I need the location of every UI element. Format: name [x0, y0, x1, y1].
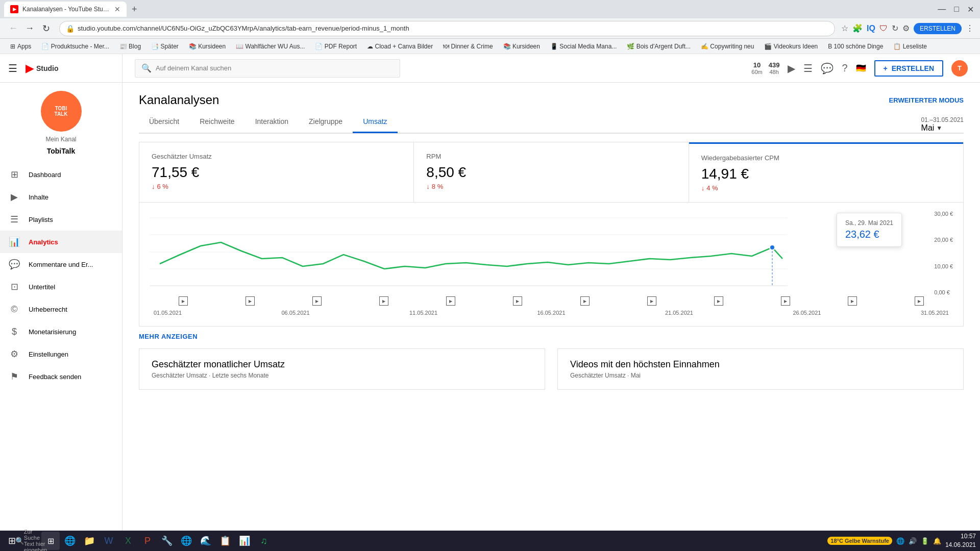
new-tab-button[interactable]: +: [129, 4, 140, 15]
sidebar-item-dashboard[interactable]: ⊞ Dashboard: [0, 163, 122, 186]
video-icon-9[interactable]: ▶: [714, 296, 723, 306]
bookmark-kursideen2[interactable]: 📚 Kursideen: [499, 42, 544, 51]
create-button[interactable]: + ERSTELLEN: [874, 60, 943, 77]
tab-reichweite[interactable]: Reichweite: [189, 111, 244, 133]
tray-battery-icon[interactable]: 🔋: [921, 537, 929, 545]
bookmark-copywriting[interactable]: ✍ Copywriting neu: [697, 42, 758, 51]
url-bar[interactable]: 🔒 studio.youtube.com/channel/UC6N5u-OiGz…: [59, 21, 835, 36]
chat-icon[interactable]: 💬: [821, 62, 834, 74]
iq-icon[interactable]: IQ: [867, 24, 875, 33]
close-tab-button[interactable]: ✕: [114, 5, 120, 13]
menu-icon[interactable]: ⋮: [966, 23, 974, 33]
sidebar-item-urheberrecht[interactable]: © Urheberrecht: [0, 298, 122, 320]
taskbar-search[interactable]: 🔍 Zur Suche Text hier eingeben: [22, 532, 40, 550]
search-box[interactable]: 🔍: [135, 59, 400, 78]
maximize-button[interactable]: □: [952, 5, 961, 14]
taskbar-powerpoint[interactable]: P: [138, 532, 157, 550]
metric-card-cpm[interactable]: Wiedergabebasierter CPM 14,91 € ↓ 4 %: [689, 142, 963, 202]
bookmark-cload[interactable]: ☁ Cload + Canva Bilder: [363, 42, 437, 51]
bookmark-icon[interactable]: ☆: [841, 23, 848, 33]
tab-umsatz[interactable]: Umsatz: [353, 111, 397, 133]
video-icon-11[interactable]: ▶: [848, 296, 857, 306]
bookmark-kursideen[interactable]: 📚 Kursideen: [185, 42, 230, 51]
taskbar-app6[interactable]: 🔧: [158, 532, 176, 550]
bookmark-blog[interactable]: 📰 Blog: [115, 42, 145, 51]
taskbar-explorer[interactable]: 📁: [80, 532, 99, 550]
forward-button[interactable]: →: [22, 21, 37, 36]
bookmark-bois[interactable]: 🌿 Bois d'Argent Duft...: [623, 42, 695, 51]
video-icon-4[interactable]: ▶: [379, 296, 388, 306]
metric-change-rpm: ↓ 8 %: [426, 183, 676, 190]
video-icon-1[interactable]: ▶: [179, 296, 188, 306]
hamburger-icon[interactable]: ☰: [8, 62, 17, 74]
bookmark-wahlfaecher[interactable]: 📖 Wahlfächer WU Aus...: [232, 42, 309, 51]
tray-network-icon[interactable]: 🌐: [896, 537, 904, 545]
profile-button[interactable]: ERSTELLEN: [914, 23, 962, 34]
taskbar-edge[interactable]: 🌐: [61, 532, 79, 550]
tray-volume-icon[interactable]: 🔊: [909, 537, 917, 545]
taskbar-spotify[interactable]: ♫: [255, 532, 273, 550]
tab-ubersicht[interactable]: Übersicht: [139, 111, 189, 133]
channel-avatar[interactable]: TOBITALK: [41, 91, 82, 132]
video-icon-6[interactable]: ▶: [513, 296, 522, 306]
reload-button[interactable]: ↻: [39, 21, 53, 36]
bookmark-100schöne[interactable]: B 100 schöne Dinge: [824, 42, 887, 51]
shield-icon[interactable]: 🛡: [879, 24, 888, 33]
bookmark-videokurs[interactable]: 🎬 Videokurs Ideen: [760, 42, 822, 51]
metric-card-rpm[interactable]: RPM 8,50 € ↓ 8 %: [414, 142, 689, 202]
sidebar-item-feedback[interactable]: ⚑ Feedback senden: [0, 365, 122, 388]
bookmark-dinner[interactable]: 🍽 Dinner & Crime: [439, 42, 497, 51]
bookmark-spaeter[interactable]: 📑 Später: [147, 42, 183, 51]
close-window-button[interactable]: ✕: [965, 5, 976, 14]
taskbar-edge2[interactable]: 🌊: [197, 532, 215, 550]
main-topbar: 🔍 10 60m 439 48h ▶ ☰ 💬 ?: [122, 54, 980, 83]
y-axis-labels: 30,00 € 20,00 € 10,00 € 0,00 €: [934, 211, 953, 295]
advanced-mode-button[interactable]: ERWEITERTER MODUS: [889, 96, 964, 104]
tray-notification-icon[interactable]: 🔔: [933, 537, 941, 545]
sidebar-item-playlists[interactable]: ☰ Playlists: [0, 208, 122, 231]
taskbar-excel[interactable]: X: [119, 532, 137, 550]
bookmark-produktsuche[interactable]: 📄 Produktsuche - Mer...: [37, 42, 113, 51]
video-icon-8[interactable]: ▶: [647, 296, 656, 306]
sidebar-item-analytics[interactable]: 📊 Analytics: [0, 231, 122, 253]
bookmark-social[interactable]: 📱 Social Media Mana...: [546, 42, 621, 51]
taskbar-word[interactable]: W: [100, 532, 118, 550]
metric-card-umsatz[interactable]: Geschätzter Umsatz 71,55 € ↓ 6 %: [139, 142, 414, 202]
sidebar-item-untertitel[interactable]: ⊡ Untertitel: [0, 276, 122, 298]
date-dropdown-arrow[interactable]: ▼: [936, 124, 942, 132]
minimize-button[interactable]: —: [936, 5, 948, 14]
bookmark-apps[interactable]: ⊞ Apps: [6, 42, 35, 51]
list-icon[interactable]: ☰: [803, 62, 813, 74]
video-icon-10[interactable]: ▶: [781, 296, 790, 306]
back-button[interactable]: ←: [6, 21, 20, 36]
bookmark-pdf[interactable]: 📄 PDF Report: [311, 42, 361, 51]
bookmark-leseliste[interactable]: 📋 Leseliste: [889, 42, 931, 51]
video-icon-7[interactable]: ▶: [580, 296, 590, 306]
help-icon[interactable]: ?: [842, 62, 847, 74]
extensions-icon[interactable]: 🧩: [852, 23, 863, 33]
taskbar-app9[interactable]: 📋: [216, 532, 234, 550]
sync-icon[interactable]: ↻: [892, 23, 898, 33]
video-icon-3[interactable]: ▶: [312, 296, 322, 306]
app10-icon: 📊: [239, 535, 250, 546]
tab-zielgruppe[interactable]: Zielgruppe: [299, 111, 353, 133]
active-tab[interactable]: ▶ Kanalanalysen - YouTube Studio ✕: [4, 2, 127, 17]
sidebar-item-inhalte[interactable]: ▶ Inhalte: [0, 186, 122, 208]
y-label-0: 0,00 €: [934, 289, 953, 295]
sidebar-item-kommentare[interactable]: 💬 Kommentare und Er...: [0, 253, 122, 276]
taskbar-task-view[interactable]: ⊞: [41, 532, 60, 550]
video-icon-2[interactable]: ▶: [246, 296, 255, 306]
video-icon-5[interactable]: ▶: [446, 296, 455, 306]
user-avatar[interactable]: T: [951, 60, 968, 77]
taskbar-app10[interactable]: 📊: [235, 532, 254, 550]
sidebar-item-einstellungen[interactable]: ⚙ Einstellungen: [0, 343, 122, 365]
mehr-anzeigen-button[interactable]: MEHR ANZEIGEN: [139, 333, 198, 340]
search-input[interactable]: [156, 64, 394, 72]
taskbar-chrome[interactable]: 🌐: [177, 532, 195, 550]
system-clock[interactable]: 10:57 14.06.2021: [945, 532, 976, 549]
sidebar-item-monetarisierung[interactable]: $ Monetarisierung: [0, 320, 122, 343]
video-icon-12[interactable]: ▶: [915, 296, 924, 306]
tab-interaktion[interactable]: Interaktion: [245, 111, 299, 133]
video-play-icon[interactable]: ▶: [788, 62, 795, 74]
settings-icon[interactable]: ⚙: [902, 23, 910, 33]
